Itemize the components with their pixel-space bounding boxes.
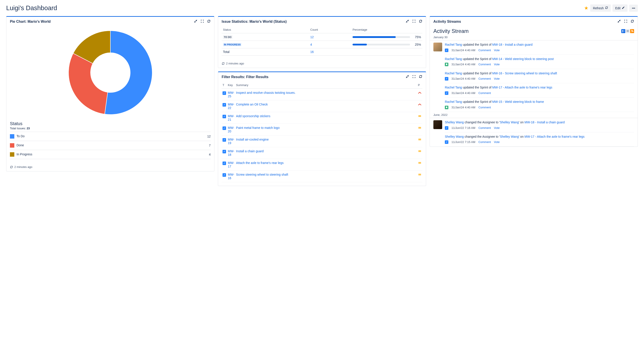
pie-chart-gadget: Pie Chart: Mario's World Status Total Is… — [6, 16, 214, 171]
dashboard-header: Luigi's Dashboard ★ Refresh Edit ••• — [6, 5, 638, 12]
issue-statistics-gadget: Issue Statistics: Mario's World (Status)… — [218, 16, 426, 68]
activity-action-link[interactable]: Vote — [494, 140, 500, 144]
refresh-button[interactable]: Refresh — [590, 5, 611, 12]
issue-summary-link[interactable]: Add sponsorship stickers — [236, 114, 270, 118]
assignee-link[interactable]: Shelley Wang — [500, 135, 519, 138]
user-link[interactable]: Shelley Wang — [445, 120, 464, 124]
issue-row: ✓ MW-17 Attach the axle to frame's rear … — [222, 159, 422, 170]
total-count-link[interactable]: 16 — [310, 50, 314, 54]
activity-action-link[interactable]: Vote — [494, 48, 500, 52]
page-title: Luigi's Dashboard — [6, 5, 57, 12]
donut-slice[interactable] — [105, 31, 152, 114]
activity-action-link[interactable]: Comment — [478, 91, 491, 95]
issue-row: ✓ MW-22 Complete an Oil Check — [222, 100, 422, 112]
assignee-link[interactable]: Shelley Wang — [500, 120, 519, 124]
issue-summary-link[interactable]: Install a chain guard — [236, 149, 264, 153]
minimize-icon[interactable] — [194, 20, 198, 24]
activity-text: Rachel Tang updated the Sprint of MW-15 … — [445, 100, 634, 104]
issue-link[interactable]: MW-18 - Install a chain guard — [524, 120, 565, 124]
activity-action-link[interactable]: Comment — [478, 105, 491, 109]
issue-key-link[interactable]: MW-21 — [228, 114, 234, 121]
issue-summary-link[interactable]: Complete an Oil Check — [236, 103, 268, 106]
svg-rect-17 — [624, 32, 624, 32]
issue-key-link[interactable]: MW-18 — [228, 149, 234, 156]
issue-link[interactable]: MW-17 - Attach the axle to frame's rear … — [524, 135, 584, 138]
svg-point-21 — [631, 32, 632, 32]
maximize-icon[interactable] — [412, 75, 416, 79]
updated-time: 2 minutes ago — [6, 163, 214, 171]
status-lozenge[interactable]: TO DO — [223, 35, 232, 39]
user-link[interactable]: Rachel Tang — [445, 57, 462, 61]
svg-rect-19 — [626, 31, 629, 31]
avatar-spacer — [433, 71, 442, 83]
col-percentage: Percentage — [351, 26, 422, 33]
issue-summary-link[interactable]: Inspect and resolve chassis twisting iss… — [236, 91, 296, 94]
issue-key-link[interactable]: MW-25 — [228, 91, 234, 98]
refresh-icon[interactable] — [207, 20, 211, 24]
user-link[interactable]: Rachel Tang — [445, 72, 462, 75]
count-link[interactable]: 4 — [310, 43, 312, 46]
minimize-icon[interactable] — [406, 20, 409, 24]
col-priority: P — [417, 82, 422, 89]
issue-row: ✓ MW-19 Install air-cooled engine — [222, 135, 422, 147]
edit-button[interactable]: Edit — [612, 5, 628, 12]
issue-summary-link[interactable]: Screw steering wheel to steering shaft — [236, 173, 288, 176]
activity-action-link[interactable]: Vote — [494, 126, 500, 130]
rss-icon[interactable] — [630, 29, 634, 33]
issue-key-link[interactable]: MW-16 — [228, 173, 234, 180]
swatch — [10, 134, 14, 139]
issue-summary-link[interactable]: Paint metal frame to match logo — [236, 126, 280, 129]
maximize-icon[interactable] — [200, 20, 204, 24]
more-button[interactable]: ••• — [629, 5, 638, 12]
activity-action-link[interactable]: Comment — [478, 140, 491, 144]
issue-key-link[interactable]: MW-17 — [228, 161, 234, 168]
avatar[interactable] — [433, 43, 442, 51]
issue-summary-link[interactable]: Attach the axle to frame's rear legs — [236, 161, 284, 165]
maximize-icon[interactable] — [412, 20, 416, 24]
issue-link[interactable]: MW-14 - Weld steering block to steering … — [492, 57, 554, 61]
activity-timestamp: 31/Jan/24 4:40 AM — [452, 91, 475, 95]
legend-label: In Progress — [16, 152, 32, 156]
issue-link[interactable]: MW-15 - Weld steering block to frame — [492, 100, 544, 103]
issue-link[interactable]: MW-18 - Install a chain guard — [492, 43, 532, 46]
svg-rect-12 — [622, 30, 623, 31]
star-icon[interactable]: ★ — [584, 5, 588, 11]
activity-text: Rachel Tang updated the Sprint of MW-14 … — [445, 57, 634, 61]
avatar[interactable] — [433, 120, 442, 129]
activity-action-link[interactable]: Comment — [478, 48, 491, 52]
priority-high-icon — [418, 91, 422, 94]
user-link[interactable]: Rachel Tang — [445, 43, 462, 46]
issue-key-link[interactable]: MW-19 — [228, 138, 234, 145]
activity-item: Rachel Tang updated the Sprint of MW-15 … — [430, 98, 638, 112]
issue-summary-link[interactable]: Install air-cooled engine — [236, 138, 268, 141]
maximize-icon[interactable] — [624, 20, 628, 24]
issue-link[interactable]: MW-17 - Attach the axle to frame's rear … — [492, 86, 552, 89]
user-link[interactable]: Rachel Tang — [445, 100, 462, 103]
activity-timestamp: 31/Jan/24 4:40 AM — [452, 48, 475, 52]
task-type-icon: ✓ — [222, 91, 226, 95]
refresh-icon[interactable] — [419, 20, 422, 24]
user-link[interactable]: Rachel Tang — [445, 86, 462, 89]
activity-action-link[interactable]: Comment — [478, 126, 491, 130]
donut-slice[interactable] — [68, 53, 108, 114]
minimize-icon[interactable] — [406, 75, 409, 79]
refresh-icon[interactable] — [630, 20, 634, 24]
view-full-icon[interactable] — [621, 29, 625, 33]
legend-value: 7 — [184, 141, 211, 150]
donut-chart — [10, 29, 211, 117]
issue-link[interactable]: MW-16 - Screw steering wheel to steering… — [492, 72, 557, 75]
issue-key-link[interactable]: MW-22 — [228, 103, 234, 110]
activity-action-link[interactable]: Comment — [478, 77, 491, 81]
activity-action-link[interactable]: Vote — [494, 62, 500, 66]
refresh-icon — [10, 165, 13, 168]
status-lozenge[interactable]: IN PROGRESS — [223, 43, 242, 46]
count-link[interactable]: 12 — [310, 35, 314, 39]
minimize-icon[interactable] — [617, 20, 621, 24]
issue-key-link[interactable]: MW-20 — [228, 126, 234, 133]
user-link[interactable]: Shelley Wang — [445, 135, 464, 138]
gadget-title: Activity Streams — [433, 20, 461, 24]
activity-action-link[interactable]: Vote — [494, 77, 500, 81]
refresh-icon[interactable] — [419, 75, 422, 79]
view-list-icon[interactable] — [626, 29, 630, 33]
activity-action-link[interactable]: Comment — [478, 62, 491, 66]
